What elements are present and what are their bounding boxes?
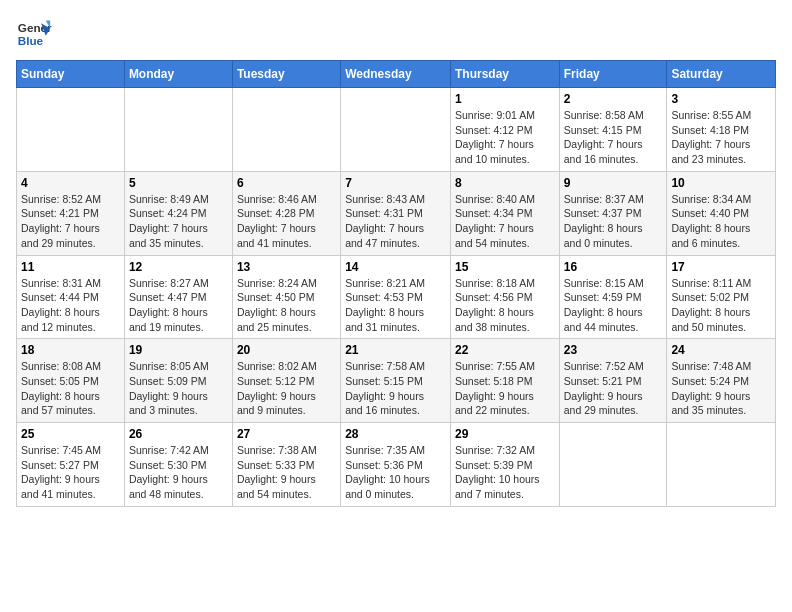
day-info: Sunrise: 7:32 AM Sunset: 5:39 PM Dayligh… xyxy=(455,443,555,502)
calendar-header: SundayMondayTuesdayWednesdayThursdayFrid… xyxy=(17,61,776,88)
day-number: 3 xyxy=(671,92,771,106)
day-info: Sunrise: 8:55 AM Sunset: 4:18 PM Dayligh… xyxy=(671,108,771,167)
calendar-cell xyxy=(341,88,451,172)
week-row-1: 1Sunrise: 9:01 AM Sunset: 4:12 PM Daylig… xyxy=(17,88,776,172)
day-header-monday: Monday xyxy=(124,61,232,88)
day-number: 6 xyxy=(237,176,336,190)
day-number: 8 xyxy=(455,176,555,190)
day-number: 1 xyxy=(455,92,555,106)
day-info: Sunrise: 7:48 AM Sunset: 5:24 PM Dayligh… xyxy=(671,359,771,418)
calendar-cell: 28Sunrise: 7:35 AM Sunset: 5:36 PM Dayli… xyxy=(341,423,451,507)
day-info: Sunrise: 9:01 AM Sunset: 4:12 PM Dayligh… xyxy=(455,108,555,167)
day-info: Sunrise: 7:52 AM Sunset: 5:21 PM Dayligh… xyxy=(564,359,663,418)
calendar-cell: 19Sunrise: 8:05 AM Sunset: 5:09 PM Dayli… xyxy=(124,339,232,423)
day-info: Sunrise: 7:38 AM Sunset: 5:33 PM Dayligh… xyxy=(237,443,336,502)
day-info: Sunrise: 8:46 AM Sunset: 4:28 PM Dayligh… xyxy=(237,192,336,251)
calendar-cell: 12Sunrise: 8:27 AM Sunset: 4:47 PM Dayli… xyxy=(124,255,232,339)
day-number: 26 xyxy=(129,427,228,441)
day-number: 27 xyxy=(237,427,336,441)
header-row: SundayMondayTuesdayWednesdayThursdayFrid… xyxy=(17,61,776,88)
calendar-cell: 26Sunrise: 7:42 AM Sunset: 5:30 PM Dayli… xyxy=(124,423,232,507)
calendar-cell: 17Sunrise: 8:11 AM Sunset: 5:02 PM Dayli… xyxy=(667,255,776,339)
day-number: 20 xyxy=(237,343,336,357)
logo: General Blue xyxy=(16,16,52,52)
calendar-cell: 3Sunrise: 8:55 AM Sunset: 4:18 PM Daylig… xyxy=(667,88,776,172)
calendar-table: SundayMondayTuesdayWednesdayThursdayFrid… xyxy=(16,60,776,507)
day-number: 24 xyxy=(671,343,771,357)
calendar-cell: 22Sunrise: 7:55 AM Sunset: 5:18 PM Dayli… xyxy=(450,339,559,423)
calendar-cell xyxy=(17,88,125,172)
logo-icon: General Blue xyxy=(16,16,52,52)
day-number: 29 xyxy=(455,427,555,441)
day-info: Sunrise: 8:31 AM Sunset: 4:44 PM Dayligh… xyxy=(21,276,120,335)
day-info: Sunrise: 8:15 AM Sunset: 4:59 PM Dayligh… xyxy=(564,276,663,335)
calendar-cell xyxy=(667,423,776,507)
calendar-cell: 9Sunrise: 8:37 AM Sunset: 4:37 PM Daylig… xyxy=(559,171,667,255)
day-info: Sunrise: 8:05 AM Sunset: 5:09 PM Dayligh… xyxy=(129,359,228,418)
week-row-4: 18Sunrise: 8:08 AM Sunset: 5:05 PM Dayli… xyxy=(17,339,776,423)
day-info: Sunrise: 8:52 AM Sunset: 4:21 PM Dayligh… xyxy=(21,192,120,251)
week-row-2: 4Sunrise: 8:52 AM Sunset: 4:21 PM Daylig… xyxy=(17,171,776,255)
day-number: 23 xyxy=(564,343,663,357)
day-info: Sunrise: 8:02 AM Sunset: 5:12 PM Dayligh… xyxy=(237,359,336,418)
calendar-cell xyxy=(559,423,667,507)
day-info: Sunrise: 8:34 AM Sunset: 4:40 PM Dayligh… xyxy=(671,192,771,251)
calendar-cell: 14Sunrise: 8:21 AM Sunset: 4:53 PM Dayli… xyxy=(341,255,451,339)
day-number: 15 xyxy=(455,260,555,274)
day-info: Sunrise: 8:27 AM Sunset: 4:47 PM Dayligh… xyxy=(129,276,228,335)
day-header-thursday: Thursday xyxy=(450,61,559,88)
calendar-cell: 21Sunrise: 7:58 AM Sunset: 5:15 PM Dayli… xyxy=(341,339,451,423)
calendar-cell: 2Sunrise: 8:58 AM Sunset: 4:15 PM Daylig… xyxy=(559,88,667,172)
calendar-cell: 20Sunrise: 8:02 AM Sunset: 5:12 PM Dayli… xyxy=(232,339,340,423)
day-number: 16 xyxy=(564,260,663,274)
calendar-cell: 7Sunrise: 8:43 AM Sunset: 4:31 PM Daylig… xyxy=(341,171,451,255)
calendar-cell: 23Sunrise: 7:52 AM Sunset: 5:21 PM Dayli… xyxy=(559,339,667,423)
svg-text:Blue: Blue xyxy=(18,34,44,47)
day-number: 7 xyxy=(345,176,446,190)
day-header-friday: Friday xyxy=(559,61,667,88)
day-number: 11 xyxy=(21,260,120,274)
header: General Blue xyxy=(16,16,776,52)
calendar-cell xyxy=(232,88,340,172)
day-number: 19 xyxy=(129,343,228,357)
day-header-saturday: Saturday xyxy=(667,61,776,88)
calendar-cell: 5Sunrise: 8:49 AM Sunset: 4:24 PM Daylig… xyxy=(124,171,232,255)
calendar-cell: 27Sunrise: 7:38 AM Sunset: 5:33 PM Dayli… xyxy=(232,423,340,507)
day-info: Sunrise: 7:55 AM Sunset: 5:18 PM Dayligh… xyxy=(455,359,555,418)
day-info: Sunrise: 8:24 AM Sunset: 4:50 PM Dayligh… xyxy=(237,276,336,335)
day-number: 28 xyxy=(345,427,446,441)
day-number: 9 xyxy=(564,176,663,190)
day-info: Sunrise: 8:49 AM Sunset: 4:24 PM Dayligh… xyxy=(129,192,228,251)
day-info: Sunrise: 8:21 AM Sunset: 4:53 PM Dayligh… xyxy=(345,276,446,335)
calendar-cell: 13Sunrise: 8:24 AM Sunset: 4:50 PM Dayli… xyxy=(232,255,340,339)
day-info: Sunrise: 8:43 AM Sunset: 4:31 PM Dayligh… xyxy=(345,192,446,251)
day-number: 17 xyxy=(671,260,771,274)
day-info: Sunrise: 8:08 AM Sunset: 5:05 PM Dayligh… xyxy=(21,359,120,418)
day-number: 18 xyxy=(21,343,120,357)
day-info: Sunrise: 7:35 AM Sunset: 5:36 PM Dayligh… xyxy=(345,443,446,502)
calendar-cell: 16Sunrise: 8:15 AM Sunset: 4:59 PM Dayli… xyxy=(559,255,667,339)
calendar-cell: 10Sunrise: 8:34 AM Sunset: 4:40 PM Dayli… xyxy=(667,171,776,255)
day-number: 25 xyxy=(21,427,120,441)
calendar-cell: 6Sunrise: 8:46 AM Sunset: 4:28 PM Daylig… xyxy=(232,171,340,255)
calendar-cell: 29Sunrise: 7:32 AM Sunset: 5:39 PM Dayli… xyxy=(450,423,559,507)
calendar-cell: 11Sunrise: 8:31 AM Sunset: 4:44 PM Dayli… xyxy=(17,255,125,339)
calendar-cell: 25Sunrise: 7:45 AM Sunset: 5:27 PM Dayli… xyxy=(17,423,125,507)
day-info: Sunrise: 7:58 AM Sunset: 5:15 PM Dayligh… xyxy=(345,359,446,418)
day-number: 22 xyxy=(455,343,555,357)
day-number: 2 xyxy=(564,92,663,106)
day-number: 10 xyxy=(671,176,771,190)
day-number: 4 xyxy=(21,176,120,190)
day-header-tuesday: Tuesday xyxy=(232,61,340,88)
day-number: 5 xyxy=(129,176,228,190)
day-number: 14 xyxy=(345,260,446,274)
day-number: 13 xyxy=(237,260,336,274)
day-number: 21 xyxy=(345,343,446,357)
day-info: Sunrise: 7:42 AM Sunset: 5:30 PM Dayligh… xyxy=(129,443,228,502)
calendar-cell: 15Sunrise: 8:18 AM Sunset: 4:56 PM Dayli… xyxy=(450,255,559,339)
calendar-cell: 4Sunrise: 8:52 AM Sunset: 4:21 PM Daylig… xyxy=(17,171,125,255)
day-info: Sunrise: 8:37 AM Sunset: 4:37 PM Dayligh… xyxy=(564,192,663,251)
day-info: Sunrise: 8:11 AM Sunset: 5:02 PM Dayligh… xyxy=(671,276,771,335)
calendar-cell xyxy=(124,88,232,172)
calendar-cell: 24Sunrise: 7:48 AM Sunset: 5:24 PM Dayli… xyxy=(667,339,776,423)
